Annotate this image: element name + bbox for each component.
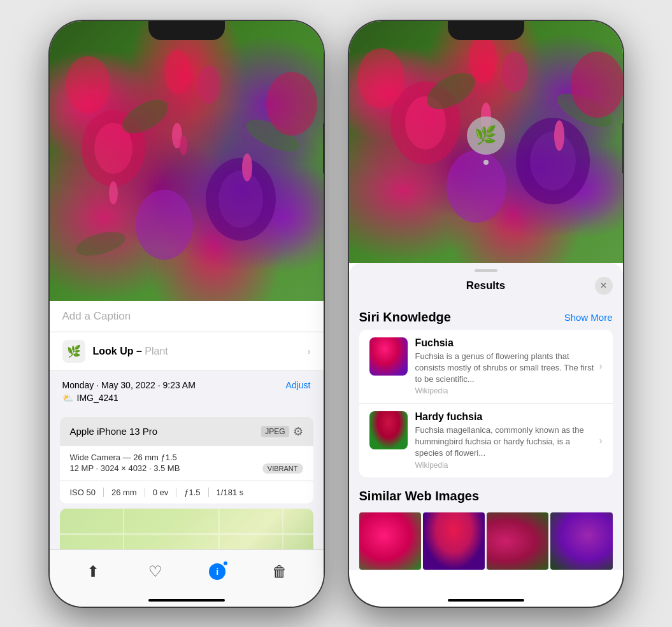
share-icon: ⬆ (87, 563, 99, 581)
photo-display-2[interactable]: 🌿 (349, 21, 623, 263)
svg-point-3 (218, 171, 263, 228)
svg-point-4 (164, 50, 190, 94)
svg-point-8 (73, 227, 128, 260)
svg-point-9 (136, 190, 193, 260)
show-more-button[interactable]: Show More (564, 312, 613, 323)
camera-spec-line-2: 12 MP · 3024 × 4032 · 3.5 MB VIBRANT (70, 463, 303, 473)
similar-title: Similar Web Images (359, 489, 480, 504)
phone-1-screen: Add a Caption 🌿 Look Up – Plant › (50, 21, 324, 607)
share-button[interactable]: ⬆ (79, 558, 107, 586)
fuchsia-description: Fuchsia is a genus of flowering plants t… (415, 351, 599, 386)
similar-images-grid (359, 512, 613, 570)
lookup-row[interactable]: 🌿 Look Up – Plant › (50, 332, 324, 371)
svg-point-31 (357, 48, 404, 108)
results-panel: Results ✕ Siri Knowledge Show More (349, 263, 623, 570)
cloud-icon: ⛅ (62, 393, 73, 403)
lookup-chevron: › (308, 346, 311, 356)
lookup-icon: 🌿 (62, 340, 85, 363)
svg-point-5 (197, 66, 220, 104)
exif-iso: ISO 50 (70, 488, 104, 497)
trash-icon: 🗑 (272, 563, 287, 581)
camera-spec-line-1: Wide Camera — 26 mm ƒ1.5 (70, 453, 303, 462)
filename-row: ⛅ IMG_4241 (62, 393, 311, 403)
toolbar: ⬆ ♡ i ✦ 🗑 (50, 549, 324, 607)
exif-row: ISO 50 26 mm 0 ev ƒ1.5 1/181 s (60, 481, 313, 504)
similar-image-3[interactable] (487, 512, 548, 570)
exif-focal: 26 mm (111, 488, 145, 497)
caption-placeholder[interactable]: Add a Caption (62, 310, 131, 322)
similar-image-2[interactable] (423, 512, 485, 570)
fuchsia-source: Wikipedia (415, 386, 599, 395)
phone-2-screen: 🌿 Results ✕ Siri Knowledge Show More (349, 21, 623, 607)
device-section: Apple iPhone 13 Pro JPEG ⚙ Wide Camera —… (60, 417, 313, 504)
camera-specs: Wide Camera — 26 mm ƒ1.5 12 MP · 3024 × … (60, 446, 313, 481)
leaf-icon: 🌿 (67, 344, 81, 358)
hardy-thumbnail (369, 411, 408, 449)
knowledge-cards: Fuchsia Fuchsia is a genus of flowering … (359, 330, 613, 477)
leaf-lookup-icon: 🌿 (475, 125, 497, 146)
home-bar-2 (448, 599, 524, 602)
caption-area[interactable]: Add a Caption (50, 301, 324, 332)
siri-knowledge-container: Siri Knowledge Show More Fuchsia Fuchsia… (349, 302, 623, 477)
siri-knowledge-title: Siri Knowledge (359, 310, 451, 325)
exif-shutter: 1/181 s (217, 488, 252, 497)
lookup-label: Look Up – Plant (93, 346, 168, 357)
phone-2: 🌿 Results ✕ Siri Knowledge Show More (349, 21, 623, 607)
svg-point-24 (530, 132, 576, 190)
hardy-chevron: › (599, 435, 603, 446)
svg-point-25 (469, 35, 497, 83)
favorite-button[interactable]: ♡ (141, 558, 169, 586)
svg-point-11 (66, 56, 110, 113)
vibrant-badge: VIBRANT (262, 463, 303, 474)
svg-point-30 (571, 52, 623, 118)
svg-point-10 (266, 72, 317, 136)
close-button[interactable]: ✕ (595, 277, 613, 295)
delete-button[interactable]: 🗑 (266, 558, 294, 586)
similar-header: Similar Web Images (359, 483, 613, 512)
phones-container: Add a Caption 🌿 Look Up – Plant › (50, 21, 623, 607)
exif-ev: 0 ev (153, 488, 177, 497)
svg-point-15 (109, 181, 118, 204)
fuchsia-chevron: › (599, 361, 603, 371)
device-header: Apple iPhone 13 Pro JPEG ⚙ (60, 417, 313, 446)
fuchsia-card-content: Fuchsia Fuchsia is a genus of flowering … (415, 337, 599, 396)
jpeg-badge: JPEG (261, 426, 289, 437)
info-badge: ✦ (222, 560, 229, 567)
exif-aperture: ƒ1.5 (184, 488, 208, 497)
similar-image-1[interactable] (359, 512, 421, 570)
svg-point-14 (242, 153, 252, 181)
phone-1: Add a Caption 🌿 Look Up – Plant › (50, 21, 324, 607)
svg-point-33 (554, 120, 564, 151)
flower-svg-overlay (50, 21, 324, 301)
similar-section: Similar Web Images (359, 483, 613, 570)
siri-indicator-dot (483, 160, 489, 165)
hardy-description: Fuchsia magellanica, commonly known as t… (415, 425, 599, 460)
date-section: Monday · May 30, 2022 · 9:23 AM Adjust ⛅… (50, 371, 324, 412)
heart-icon: ♡ (148, 563, 162, 581)
hardy-card-content: Hardy fuchsia Fuchsia magellanica, commo… (415, 411, 599, 470)
info-button[interactable]: i ✦ (203, 558, 231, 586)
adjust-button[interactable]: Adjust (286, 380, 311, 390)
similar-image-4[interactable] (550, 512, 612, 570)
home-bar (148, 599, 225, 602)
knowledge-card-hardy[interactable]: Hardy fuchsia Fuchsia magellanica, commo… (359, 404, 613, 477)
info-section: Add a Caption 🌿 Look Up – Plant › (50, 301, 324, 572)
hardy-title: Hardy fuchsia (415, 411, 599, 423)
date-row: Monday · May 30, 2022 · 9:23 AM Adjust (62, 380, 311, 390)
fuchsia-title: Fuchsia (415, 337, 599, 349)
siri-visual-lookup-icon[interactable]: 🌿 (467, 116, 505, 155)
siri-knowledge-header: Siri Knowledge Show More (359, 302, 613, 330)
date-text: Monday · May 30, 2022 · 9:23 AM (62, 380, 196, 390)
svg-point-13 (180, 135, 187, 155)
results-header: Results ✕ (349, 272, 623, 302)
gear-icon[interactable]: ⚙ (293, 425, 303, 439)
svg-point-29 (447, 150, 506, 223)
knowledge-card-fuchsia[interactable]: Fuchsia Fuchsia is a genus of flowering … (359, 330, 613, 404)
photo-display[interactable] (50, 21, 324, 301)
results-title: Results (377, 279, 595, 292)
hardy-thumb-image (369, 411, 408, 449)
fuchsia-thumbnail (369, 337, 408, 376)
fuchsia-thumb-image (369, 337, 408, 376)
svg-point-26 (502, 52, 527, 92)
device-badges: JPEG ⚙ (261, 425, 303, 439)
